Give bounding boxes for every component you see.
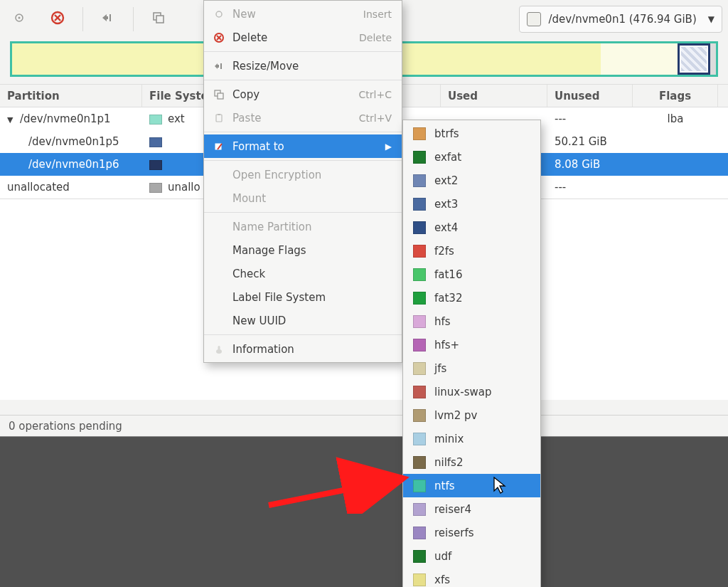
menu-information[interactable]: Information xyxy=(204,337,402,361)
fs-swatch xyxy=(149,183,162,193)
fs-option-label: reiser4 xyxy=(434,503,471,516)
fs-label: unallo xyxy=(168,181,200,194)
expand-toggle-icon[interactable]: ▼ xyxy=(7,115,16,125)
submenu-arrow-icon: ▶ xyxy=(385,142,392,152)
menu-paste[interactable]: Paste Ctrl+V xyxy=(204,106,402,129)
fs-option-btrfs[interactable]: btrfs xyxy=(403,122,540,145)
resize-button[interactable] xyxy=(95,6,122,33)
fs-option-f2fs[interactable]: f2fs xyxy=(403,239,540,263)
menu-separator xyxy=(204,132,402,132)
copy-button[interactable] xyxy=(145,6,172,33)
fs-color-swatch xyxy=(413,268,426,281)
menu-separator xyxy=(204,51,402,52)
svg-rect-7 xyxy=(156,16,164,23)
strip-seg-p5[interactable] xyxy=(601,43,678,75)
fs-option-hfs-[interactable]: hfs+ xyxy=(403,333,540,356)
fs-option-udf[interactable]: udf xyxy=(403,544,540,568)
menu-check[interactable]: Check xyxy=(204,262,402,285)
unused-value: 8.08 GiB xyxy=(547,158,633,171)
menu-mount-label: Mount xyxy=(232,192,266,205)
fs-option-jfs[interactable]: jfs xyxy=(403,356,540,380)
svg-rect-5 xyxy=(109,14,111,21)
fs-option-fat32[interactable]: fat32 xyxy=(403,286,540,310)
svg-line-20 xyxy=(269,478,404,505)
col-used[interactable]: Used xyxy=(441,85,547,107)
fs-option-nilfs2[interactable]: nilfs2 xyxy=(403,450,540,474)
fs-option-lvm2-pv[interactable]: lvm2 pv xyxy=(403,403,540,427)
col-unused[interactable]: Unused xyxy=(547,85,633,107)
info-icon xyxy=(213,343,225,356)
fs-option-label: minix xyxy=(434,433,464,445)
delete-partition-button[interactable] xyxy=(44,6,71,33)
fs-option-hfs[interactable]: hfs xyxy=(403,310,540,333)
device-selector[interactable]: /dev/nvme0n1 (476.94 GiB) ▼ xyxy=(519,6,722,33)
svg-point-8 xyxy=(216,11,222,17)
fs-option-exfat[interactable]: exfat xyxy=(403,145,540,169)
annotation-arrow xyxy=(262,443,418,514)
menu-delete[interactable]: Delete Delete xyxy=(204,26,402,49)
svg-rect-14 xyxy=(218,93,223,99)
fs-option-label: exfat xyxy=(434,151,461,164)
new-icon xyxy=(13,11,26,27)
fs-color-swatch xyxy=(413,386,426,398)
fs-option-xfs[interactable]: xfs xyxy=(403,568,540,587)
svg-rect-12 xyxy=(220,63,222,69)
format-submenu: btrfsexfatext2ext3ext4f2fsfat16fat32hfsh… xyxy=(402,120,541,587)
fs-option-label: ext3 xyxy=(434,198,458,211)
device-label: /dev/nvme0n1 (476.94 GiB) xyxy=(548,13,696,26)
menu-manage-flags[interactable]: Manage Flags xyxy=(204,238,402,262)
unused-value: --- xyxy=(547,112,633,125)
delete-icon xyxy=(213,31,225,44)
fs-option-label: jfs xyxy=(434,362,446,375)
menu-open-encryption[interactable]: Open Encryption xyxy=(204,163,402,186)
menu-name-partition[interactable]: Name Partition xyxy=(204,215,402,238)
fs-option-ext4[interactable]: ext4 xyxy=(403,216,540,239)
fs-option-fat16[interactable]: fat16 xyxy=(403,263,540,286)
menu-format-to[interactable]: Format to ▶ xyxy=(204,134,402,158)
menu-copy-accel: Ctrl+C xyxy=(359,89,392,100)
menu-resize-label: Resize/Move xyxy=(232,60,299,73)
menu-mount[interactable]: Mount xyxy=(204,186,402,210)
fs-color-swatch xyxy=(413,174,426,187)
context-menu: New Insert Delete Delete Resize/Move Cop… xyxy=(203,0,402,363)
copy-icon xyxy=(213,88,225,101)
menu-format-label: Format to xyxy=(232,140,284,153)
new-partition-button[interactable] xyxy=(6,6,33,33)
fs-option-label: udf xyxy=(434,550,451,563)
fs-color-swatch xyxy=(413,151,426,164)
menu-separator xyxy=(204,80,402,80)
menu-copy[interactable]: Copy Ctrl+C xyxy=(204,83,402,106)
partition-name: unallocated xyxy=(7,181,70,194)
svg-rect-15 xyxy=(216,115,222,122)
col-flags[interactable]: Flags xyxy=(633,85,718,107)
strip-seg-unallocated[interactable] xyxy=(710,43,716,75)
col-partition[interactable]: Partition xyxy=(0,85,142,107)
fs-option-label: ext2 xyxy=(434,174,458,187)
toolbar-separator xyxy=(82,7,83,31)
fs-option-ntfs[interactable]: ntfs xyxy=(403,474,540,497)
fs-color-swatch xyxy=(413,221,426,234)
menu-new-label: New xyxy=(232,8,256,21)
strip-seg-p6-selected[interactable] xyxy=(678,43,710,75)
fs-option-reiser4[interactable]: reiser4 xyxy=(403,497,540,521)
menu-resize[interactable]: Resize/Move xyxy=(204,54,402,78)
menu-label-fs[interactable]: Label File System xyxy=(204,285,402,309)
fs-option-label: ntfs xyxy=(434,480,454,492)
fs-color-swatch xyxy=(413,480,426,492)
fs-option-minix[interactable]: minix xyxy=(403,427,540,450)
flags-value: lba xyxy=(633,112,718,125)
fs-swatch xyxy=(149,115,162,125)
fs-option-ext2[interactable]: ext2 xyxy=(403,169,540,192)
menu-new[interactable]: New Insert xyxy=(204,2,402,26)
menu-copy-label: Copy xyxy=(232,88,259,101)
fs-option-label: fat16 xyxy=(434,268,462,281)
menu-open-enc-label: Open Encryption xyxy=(232,169,321,181)
menu-paste-label: Paste xyxy=(232,112,262,125)
menu-new-uuid[interactable]: New UUID xyxy=(204,309,402,332)
fs-color-swatch xyxy=(413,362,426,375)
menu-separator xyxy=(204,334,402,335)
fs-option-ext3[interactable]: ext3 xyxy=(403,192,540,216)
fs-option-reiserfs[interactable]: reiserfs xyxy=(403,521,540,544)
fs-color-swatch xyxy=(413,315,426,328)
fs-option-linux-swap[interactable]: linux-swap xyxy=(403,380,540,403)
